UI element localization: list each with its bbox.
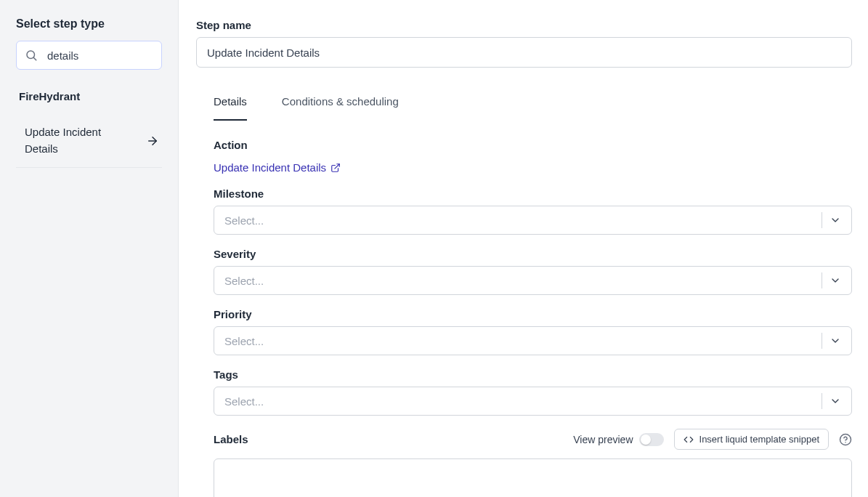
severity-placeholder: Select... — [224, 275, 822, 287]
tabs: Details Conditions & scheduling — [196, 85, 852, 121]
external-link-icon — [330, 163, 341, 173]
action-block: Action Update Incident Details — [214, 139, 852, 174]
details-body: Action Update Incident Details Milestone… — [196, 121, 852, 497]
tags-row: Tags Select... — [214, 368, 852, 416]
search-wrapper — [16, 41, 162, 70]
search-icon — [25, 49, 38, 62]
milestone-label: Milestone — [214, 187, 852, 200]
milestone-row: Milestone Select... — [214, 187, 852, 235]
search-input[interactable] — [16, 41, 162, 70]
sidebar-item-update-incident-details[interactable]: Update Incident Details — [16, 116, 162, 168]
select-divider — [822, 212, 822, 228]
action-link[interactable]: Update Incident Details — [214, 161, 341, 174]
tab-conditions-scheduling[interactable]: Conditions & scheduling — [282, 85, 399, 121]
priority-placeholder: Select... — [224, 335, 822, 347]
sidebar-item-label: Update Incident Details — [25, 124, 134, 157]
main-panel: Step name Details Conditions & schedulin… — [179, 0, 868, 497]
svg-line-1 — [33, 57, 36, 60]
select-divider — [822, 393, 822, 409]
chevron-down-icon — [830, 275, 841, 286]
labels-header: Labels View preview Insert liquid templa… — [214, 429, 852, 450]
tags-label: Tags — [214, 368, 852, 381]
arrow-right-icon — [146, 134, 159, 148]
chevron-down-icon — [830, 395, 841, 407]
tags-placeholder: Select... — [224, 395, 822, 408]
select-divider — [822, 333, 822, 349]
step-name-input[interactable] — [196, 37, 852, 68]
sidebar-title: Select step type — [16, 17, 162, 31]
view-preview-label: View preview — [573, 434, 633, 445]
action-label: Action — [214, 139, 852, 151]
tab-details[interactable]: Details — [214, 85, 247, 121]
view-preview-toggle[interactable] — [639, 433, 664, 446]
svg-point-0 — [27, 51, 35, 59]
help-icon[interactable] — [839, 433, 852, 446]
step-name-label: Step name — [196, 19, 852, 31]
action-link-text: Update Incident Details — [214, 161, 326, 174]
priority-row: Priority Select... — [214, 308, 852, 355]
view-preview-group: View preview — [573, 433, 663, 446]
snippet-button-label: Insert liquid template snippet — [699, 434, 819, 445]
insert-liquid-snippet-button[interactable]: Insert liquid template snippet — [674, 429, 829, 450]
labels-label: Labels — [214, 433, 248, 445]
svg-line-3 — [335, 163, 339, 168]
priority-select[interactable]: Select... — [214, 326, 852, 355]
labels-controls: View preview Insert liquid template snip… — [573, 429, 852, 450]
code-icon — [684, 435, 694, 445]
tags-select[interactable]: Select... — [214, 387, 852, 416]
milestone-placeholder: Select... — [224, 214, 822, 227]
toggle-knob — [641, 435, 651, 445]
severity-row: Severity Select... — [214, 248, 852, 295]
labels-row: Labels View preview Insert liquid templa… — [214, 429, 852, 497]
severity-label: Severity — [214, 248, 852, 260]
sidebar: Select step type FireHydrant Update Inci… — [0, 0, 179, 497]
provider-label: FireHydrant — [16, 90, 162, 102]
labels-textarea[interactable] — [214, 458, 852, 497]
priority-label: Priority — [214, 308, 852, 320]
chevron-down-icon — [830, 335, 841, 347]
milestone-select[interactable]: Select... — [214, 206, 852, 235]
select-divider — [822, 272, 822, 288]
severity-select[interactable]: Select... — [214, 266, 852, 295]
chevron-down-icon — [830, 214, 841, 226]
